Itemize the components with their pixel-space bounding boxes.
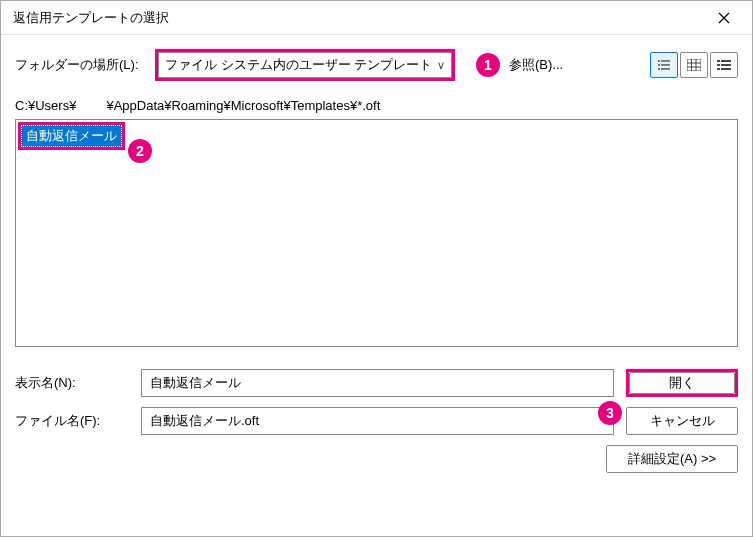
cancel-button[interactable]: キャンセル [626, 407, 738, 435]
titlebar: 返信用テンプレートの選択 [1, 1, 752, 35]
view-details-button[interactable] [710, 52, 738, 78]
svg-rect-12 [721, 60, 731, 62]
svg-rect-16 [721, 68, 731, 70]
file-list[interactable]: 自動返信メール [15, 119, 738, 347]
chevron-down-icon: ∨ [437, 59, 445, 72]
svg-rect-5 [661, 68, 670, 69]
details-view-icon [717, 59, 731, 71]
list-view-icon [687, 59, 701, 71]
dialog-content: フォルダーの場所(L): ファイル システム内のユーザー テンプレート ∨ 参照… [1, 35, 752, 536]
open-button-highlight: 開く [626, 369, 738, 397]
svg-rect-11 [717, 60, 720, 62]
file-name-label: ファイル名(F): [15, 412, 141, 430]
path-prefix: C:¥Users¥ [15, 98, 76, 113]
display-name-row: 表示名(N): 開く [15, 369, 738, 397]
dialog-title: 返信用テンプレートの選択 [13, 9, 704, 27]
advanced-settings-button[interactable]: 詳細設定(A) >> [606, 445, 738, 473]
display-name-input[interactable] [141, 369, 614, 397]
svg-rect-6 [687, 59, 701, 71]
svg-rect-1 [661, 60, 670, 61]
file-item-highlight: 自動返信メール [18, 122, 125, 150]
close-icon [718, 12, 730, 24]
open-button[interactable]: 開く [629, 372, 735, 394]
view-list-button[interactable] [680, 52, 708, 78]
svg-point-4 [658, 68, 660, 70]
path-display: C:¥Users¥¥AppData¥Roaming¥Microsoft¥Temp… [15, 91, 738, 119]
path-suffix: ¥AppData¥Roaming¥Microsoft¥Templates¥*.o… [106, 98, 380, 113]
svg-point-2 [658, 64, 660, 66]
view-large-icons-button[interactable] [650, 52, 678, 78]
annotation-badge-2: 2 [128, 139, 152, 163]
svg-rect-13 [717, 64, 720, 66]
display-name-label: 表示名(N): [15, 374, 141, 392]
file-name-row: ファイル名(F): キャンセル [15, 407, 738, 435]
folder-select-highlight: ファイル システム内のユーザー テンプレート ∨ [155, 49, 455, 81]
folder-location-select[interactable]: ファイル システム内のユーザー テンプレート ∨ [158, 52, 452, 78]
template-select-dialog: 返信用テンプレートの選択 フォルダーの場所(L): ファイル システム内のユーザ… [0, 0, 753, 537]
folder-location-label: フォルダーの場所(L): [15, 56, 155, 74]
advanced-row: 詳細設定(A) >> [15, 445, 738, 473]
svg-rect-14 [721, 64, 731, 66]
view-mode-buttons [650, 52, 738, 78]
svg-rect-3 [661, 64, 670, 65]
folder-row: フォルダーの場所(L): ファイル システム内のユーザー テンプレート ∨ 参照… [15, 49, 738, 81]
icons-view-icon [657, 59, 671, 71]
svg-rect-15 [717, 68, 720, 70]
annotation-badge-1: 1 [476, 53, 500, 77]
file-item-auto-reply[interactable]: 自動返信メール [21, 125, 122, 147]
folder-select-value: ファイル システム内のユーザー テンプレート [165, 56, 432, 74]
svg-point-0 [658, 60, 660, 62]
bottom-form: 表示名(N): 開く ファイル名(F): キャンセル 詳細設定(A) >> [15, 369, 738, 473]
annotation-badge-3: 3 [598, 401, 622, 425]
browse-button[interactable]: 参照(B)... [499, 52, 573, 78]
file-name-input[interactable] [141, 407, 614, 435]
close-button[interactable] [704, 3, 744, 33]
